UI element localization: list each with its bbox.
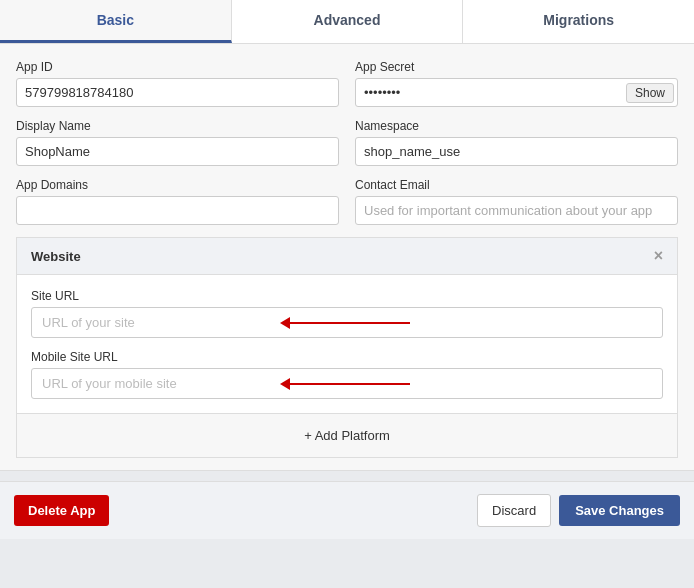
website-close-button[interactable]: × bbox=[654, 248, 663, 264]
save-changes-button[interactable]: Save Changes bbox=[559, 495, 680, 526]
tab-migrations[interactable]: Migrations bbox=[463, 0, 694, 43]
namespace-input[interactable] bbox=[355, 137, 678, 166]
app-secret-label: App Secret bbox=[355, 60, 678, 74]
namespace-label: Namespace bbox=[355, 119, 678, 133]
app-container: Basic Advanced Migrations App ID App Sec… bbox=[0, 0, 694, 539]
mobile-url-label: Mobile Site URL bbox=[31, 350, 663, 364]
app-id-group: App ID bbox=[16, 60, 339, 107]
app-id-input[interactable] bbox=[16, 78, 339, 107]
site-url-input-wrap bbox=[31, 307, 663, 338]
display-name-input[interactable] bbox=[16, 137, 339, 166]
site-url-row: Site URL bbox=[31, 289, 663, 338]
mobile-url-input[interactable] bbox=[31, 368, 663, 399]
namespace-group: Namespace bbox=[355, 119, 678, 166]
tab-basic[interactable]: Basic bbox=[0, 0, 232, 43]
display-name-label: Display Name bbox=[16, 119, 339, 133]
website-section-body: Site URL Mobile Site URL bbox=[17, 275, 677, 413]
footer-right-actions: Discard Save Changes bbox=[477, 494, 680, 527]
app-secret-group: App Secret Show bbox=[355, 60, 678, 107]
site-url-input[interactable] bbox=[31, 307, 663, 338]
form-row-2: Display Name Namespace bbox=[16, 119, 678, 166]
delete-app-button[interactable]: Delete App bbox=[14, 495, 109, 526]
tab-advanced[interactable]: Advanced bbox=[232, 0, 464, 43]
contact-email-input[interactable] bbox=[355, 196, 678, 225]
display-name-group: Display Name bbox=[16, 119, 339, 166]
secret-input-wrap: Show bbox=[355, 78, 678, 107]
form-row-3: App Domains Contact Email bbox=[16, 178, 678, 225]
mobile-url-row: Mobile Site URL bbox=[31, 350, 663, 399]
website-section: Website × Site URL M bbox=[16, 237, 678, 414]
app-domains-group: App Domains bbox=[16, 178, 339, 225]
contact-email-group: Contact Email bbox=[355, 178, 678, 225]
footer: Delete App Discard Save Changes bbox=[0, 481, 694, 539]
show-secret-button[interactable]: Show bbox=[626, 83, 674, 103]
app-id-label: App ID bbox=[16, 60, 339, 74]
website-section-header: Website × bbox=[17, 238, 677, 275]
site-url-label: Site URL bbox=[31, 289, 663, 303]
discard-button[interactable]: Discard bbox=[477, 494, 551, 527]
form-row-1: App ID App Secret Show bbox=[16, 60, 678, 107]
tab-bar: Basic Advanced Migrations bbox=[0, 0, 694, 44]
mobile-url-input-wrap bbox=[31, 368, 663, 399]
basic-form-area: App ID App Secret Show Display Name Name… bbox=[0, 44, 694, 471]
contact-email-label: Contact Email bbox=[355, 178, 678, 192]
add-platform-button[interactable]: + Add Platform bbox=[16, 414, 678, 458]
website-section-title: Website bbox=[31, 249, 81, 264]
app-domains-input[interactable] bbox=[16, 196, 339, 225]
app-domains-label: App Domains bbox=[16, 178, 339, 192]
